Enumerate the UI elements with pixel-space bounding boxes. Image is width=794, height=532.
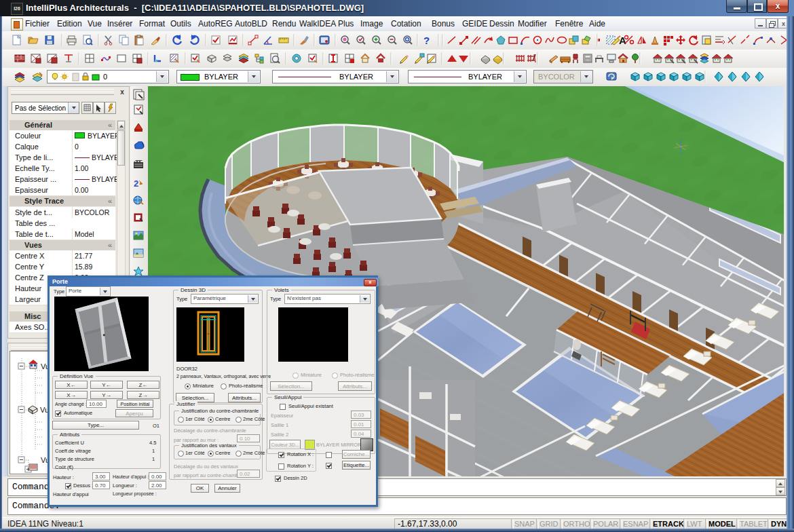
svg-text:2: 2 [134, 178, 138, 189]
svg-text:?: ? [423, 35, 430, 46]
